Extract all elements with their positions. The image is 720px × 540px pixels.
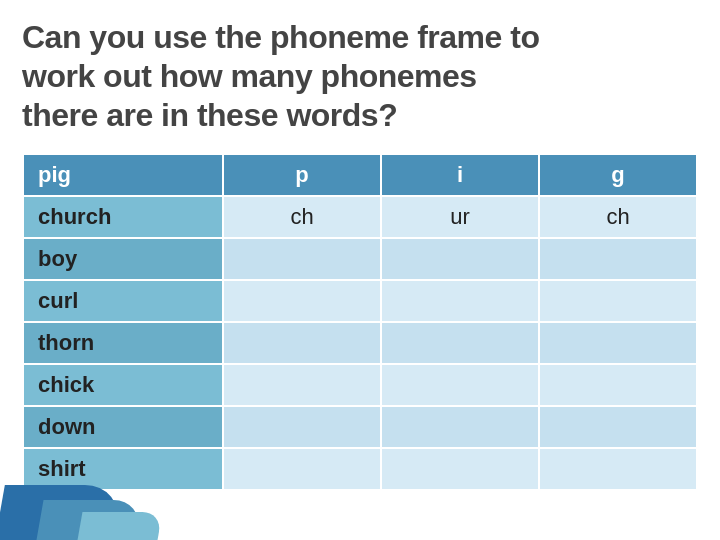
- word-cell-1: boy: [23, 238, 223, 280]
- header-col4: g: [539, 154, 697, 196]
- phoneme-cell-4-2: [381, 364, 539, 406]
- main-container: Can you use the phoneme frame to work ou…: [0, 0, 720, 540]
- table-row: churchchurch: [23, 196, 697, 238]
- phoneme-cell-1-3: [539, 238, 697, 280]
- deco-light: [78, 512, 163, 540]
- phoneme-table: pig p i g churchchurchboycurlthornchickd…: [22, 153, 698, 491]
- table-header-row: pig p i g: [23, 154, 697, 196]
- title-line1: Can you use the phoneme frame to: [22, 19, 539, 55]
- table-row: boy: [23, 238, 697, 280]
- question-title: Can you use the phoneme frame to work ou…: [22, 18, 698, 135]
- phoneme-cell-3-3: [539, 322, 697, 364]
- phoneme-cell-1-1: [223, 238, 381, 280]
- phoneme-cell-2-2: [381, 280, 539, 322]
- table-row: down: [23, 406, 697, 448]
- word-cell-4: chick: [23, 364, 223, 406]
- word-cell-0: church: [23, 196, 223, 238]
- phoneme-cell-1-2: [381, 238, 539, 280]
- phoneme-cell-2-1: [223, 280, 381, 322]
- header-col3: i: [381, 154, 539, 196]
- phoneme-cell-2-3: [539, 280, 697, 322]
- table-row: curl: [23, 280, 697, 322]
- phoneme-cell-4-1: [223, 364, 381, 406]
- phoneme-cell-3-1: [223, 322, 381, 364]
- phoneme-cell-0-1: ch: [223, 196, 381, 238]
- bottom-decoration: [0, 480, 200, 540]
- phoneme-cell-6-3: [539, 448, 697, 490]
- title-line2: work out how many phonemes: [22, 58, 477, 94]
- phoneme-cell-4-3: [539, 364, 697, 406]
- phoneme-cell-5-1: [223, 406, 381, 448]
- phoneme-cell-3-2: [381, 322, 539, 364]
- phoneme-cell-0-3: ch: [539, 196, 697, 238]
- table-row: chick: [23, 364, 697, 406]
- word-cell-2: curl: [23, 280, 223, 322]
- phoneme-cell-0-2: ur: [381, 196, 539, 238]
- phoneme-cell-6-1: [223, 448, 381, 490]
- table-row: thorn: [23, 322, 697, 364]
- header-word: pig: [23, 154, 223, 196]
- phoneme-cell-5-2: [381, 406, 539, 448]
- header-col2: p: [223, 154, 381, 196]
- phoneme-cell-5-3: [539, 406, 697, 448]
- word-cell-3: thorn: [23, 322, 223, 364]
- phoneme-cell-6-2: [381, 448, 539, 490]
- word-cell-5: down: [23, 406, 223, 448]
- title-line3: there are in these words?: [22, 97, 397, 133]
